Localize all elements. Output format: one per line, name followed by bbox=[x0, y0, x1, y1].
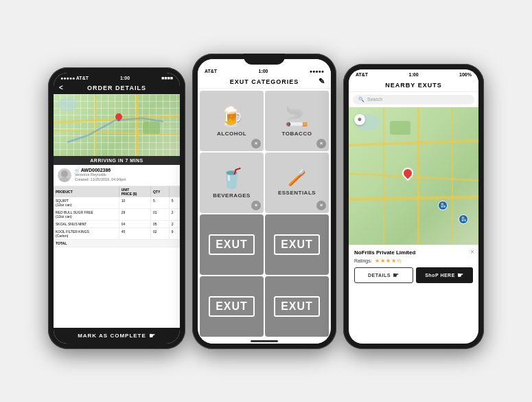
alcohol-icon: 🍺 bbox=[220, 105, 244, 128]
phone3-screen: AT&T 1:00 100% NEARBY EXUTS 🔍 Search bbox=[349, 69, 478, 344]
order-table-container: PRODUCT UNITPRICE ($) QTY SQUIRT(12oz ca… bbox=[54, 186, 180, 344]
arriving-banner: ARRIVING IN 7 MINS bbox=[54, 156, 180, 165]
exut-logo-2: EXUT bbox=[274, 234, 320, 255]
store-name: NoFrills Private Limited bbox=[354, 249, 473, 256]
exut-categories-header: EXUT CATEGORIES ✎ bbox=[198, 75, 331, 89]
essentials-label: ESSENTIALS bbox=[278, 190, 316, 196]
mark-complete-button[interactable]: MARK AS COMPLETE ☛ bbox=[54, 328, 180, 344]
phone-exut-categories: AT&T 1:00 ●●●●● EXUT CATEGORIES ✎ 🍺 ALCO… bbox=[192, 54, 336, 349]
exut-categories-title: EXUT CATEGORIES bbox=[230, 78, 299, 85]
phone2-screen: AT&T 1:00 ●●●●● EXUT CATEGORIES ✎ 🍺 ALCO… bbox=[198, 59, 331, 344]
svg-point-0 bbox=[61, 170, 68, 177]
category-placeholder-3[interactable]: EXUT bbox=[200, 276, 264, 337]
phone2-signal: ●●●●● bbox=[310, 69, 324, 74]
search-bar-container: 🔍 Search bbox=[349, 92, 478, 107]
edit-icon[interactable]: ✎ bbox=[319, 77, 325, 86]
beverages-icon: 🥤 bbox=[220, 167, 244, 190]
phone3-time: 1:00 bbox=[409, 72, 419, 77]
search-icon: 🔍 bbox=[358, 97, 365, 102]
category-placeholder-2[interactable]: EXUT bbox=[265, 214, 329, 275]
phone2-notch bbox=[244, 54, 285, 65]
shop-cursor-icon: ☛ bbox=[457, 271, 464, 279]
exut-logo-1: EXUT bbox=[209, 234, 255, 255]
popup-close-button[interactable]: × bbox=[470, 248, 474, 256]
exut-logo-4: EXUT bbox=[274, 296, 320, 317]
shop-here-button[interactable]: ShoP HERE ☛ bbox=[416, 267, 474, 283]
order-details-header: < ORDER DETAILS bbox=[54, 82, 180, 94]
category-alcohol[interactable]: 🍺 ALCOHOL × bbox=[200, 91, 264, 151]
scene: ●●●●● AT&T 1:00 ■■■■ < ORDER DETAILS bbox=[0, 0, 532, 402]
svg-point-1 bbox=[59, 177, 70, 182]
order-info: 🛒 AWD0002386 Veronica Reynolds Created: … bbox=[54, 165, 180, 186]
details-button[interactable]: DETAILS ☛ bbox=[354, 267, 413, 283]
map-location-pin bbox=[402, 168, 413, 179]
star-half: ½ bbox=[397, 258, 402, 264]
search-placeholder: Search bbox=[367, 97, 382, 102]
category-tobacco[interactable]: 🚬 TOBACCO × bbox=[265, 91, 329, 151]
exut-logo-3: EXUT bbox=[209, 296, 255, 317]
order-created: Created: 11/25/2016, 04:00pm bbox=[75, 177, 126, 183]
map-store-icon-1[interactable]: 🏪 bbox=[459, 214, 468, 224]
phone-nearby-exuts: AT&T 1:00 100% NEARBY EXUTS 🔍 Search bbox=[343, 64, 484, 349]
remove-beverages-button[interactable]: × bbox=[251, 201, 261, 210]
order-details-title: ORDER DETAILS bbox=[87, 85, 146, 91]
category-beverages[interactable]: 🥤 BEVERAGES × bbox=[200, 153, 264, 213]
star-3: ★ bbox=[386, 258, 391, 264]
category-essentials[interactable]: 🪥 ESSENTIALS × bbox=[265, 153, 329, 213]
phone3-status-bar: AT&T 1:00 100% bbox=[349, 69, 478, 78]
ratings-label: Ratings: bbox=[354, 258, 372, 263]
phone2-time: 1:00 bbox=[259, 69, 268, 74]
table-row-total: TOTAL bbox=[54, 239, 180, 247]
phone1-carrier: ●●●●● AT&T bbox=[60, 76, 89, 80]
phone3-carrier: AT&T bbox=[356, 72, 368, 77]
order-number: 🛒 AWD0002386 bbox=[75, 168, 126, 172]
phone1-status-bar: ●●●●● AT&T 1:00 ■■■■ bbox=[54, 73, 180, 82]
col-price: UNITPRICE ($) bbox=[119, 186, 150, 197]
store-ratings: Ratings: ★ ★ ★ ★ ½ bbox=[354, 258, 473, 264]
phone3-battery: 100% bbox=[459, 72, 472, 77]
beverages-label: BEVERAGES bbox=[213, 192, 251, 199]
star-rating: ★ ★ ★ ★ ½ bbox=[375, 258, 402, 264]
order-map[interactable] bbox=[54, 94, 180, 156]
back-icon[interactable]: < bbox=[59, 84, 64, 91]
order-customer: Veronica Reynolds bbox=[75, 172, 126, 178]
col-product: PRODUCT bbox=[54, 186, 119, 197]
category-grid: 🍺 ALCOHOL × 🚬 TOBACCO × 🥤 BEVERAGES × bbox=[198, 89, 331, 339]
phone-order-details: ●●●●● AT&T 1:00 ■■■■ < ORDER DETAILS bbox=[48, 67, 185, 349]
category-placeholder-1[interactable]: EXUT bbox=[200, 214, 264, 275]
phone1-screen: ●●●●● AT&T 1:00 ■■■■ < ORDER DETAILS bbox=[54, 73, 180, 344]
col-qty: QTY bbox=[150, 186, 169, 197]
table-row: SQUIRT(12oz can)1055 bbox=[54, 197, 180, 209]
table-row: RED BULL SUGR FREE(12oz can)29012 bbox=[54, 208, 180, 220]
remove-tobacco-button[interactable]: × bbox=[316, 139, 326, 148]
remove-alcohol-button[interactable]: × bbox=[251, 139, 261, 148]
order-table: PRODUCT UNITPRICE ($) QTY SQUIRT(12oz ca… bbox=[54, 186, 180, 247]
remove-essentials-button[interactable]: × bbox=[316, 201, 326, 210]
tobacco-label: TOBACCO bbox=[282, 131, 312, 137]
map-compass-icon[interactable]: ⊕ bbox=[354, 114, 365, 125]
star-1: ★ bbox=[375, 258, 380, 264]
nearby-map[interactable]: ⊕ 🏪 🏪 bbox=[349, 107, 478, 245]
tobacco-icon: 🚬 bbox=[285, 105, 309, 128]
essentials-icon: 🪥 bbox=[288, 169, 306, 187]
star-4: ★ bbox=[391, 258, 396, 264]
home-indicator bbox=[198, 339, 331, 344]
cursor-icon: ☛ bbox=[149, 332, 156, 339]
table-row: KOOL FILTER KINGS(Carton)45029 bbox=[54, 227, 180, 239]
search-input[interactable]: 🔍 Search bbox=[353, 95, 474, 104]
map-store-icon-2[interactable]: 🏪 bbox=[438, 201, 448, 210]
nearby-exuts-header: NEARBY EXUTS bbox=[349, 78, 478, 92]
category-placeholder-4[interactable]: EXUT bbox=[265, 276, 329, 337]
nearby-exuts-title: NEARBY EXUTS bbox=[385, 82, 441, 89]
phone2-carrier: AT&T bbox=[205, 69, 217, 74]
col-extra bbox=[169, 186, 179, 197]
details-cursor-icon: ☛ bbox=[393, 271, 400, 279]
popup-buttons: DETAILS ☛ ShoP HERE ☛ bbox=[354, 267, 473, 283]
phone1-time: 1:00 bbox=[120, 76, 130, 80]
phone1-battery: ■■■■ bbox=[161, 76, 173, 80]
star-2: ★ bbox=[380, 258, 385, 264]
store-info-popup: × NoFrills Private Limited Ratings: ★ ★ … bbox=[349, 245, 478, 287]
customer-avatar bbox=[58, 168, 71, 182]
alcohol-label: ALCOHOL bbox=[217, 131, 246, 137]
table-row: SKOAL SNUS MINT04052 bbox=[54, 220, 180, 227]
